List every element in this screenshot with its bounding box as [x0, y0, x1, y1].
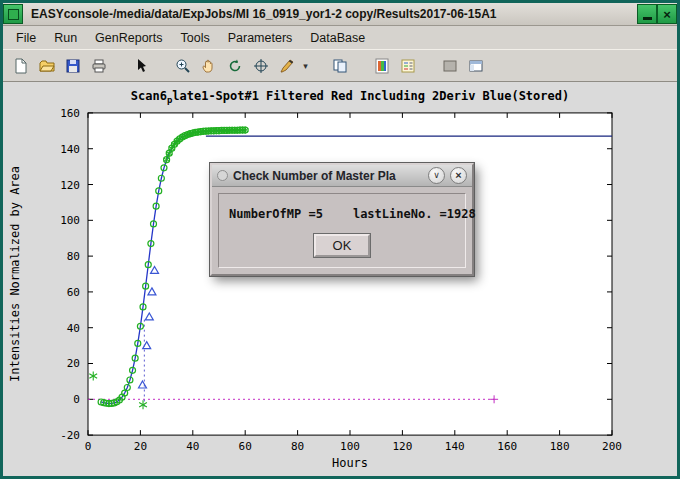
svg-text:140: 140 [445, 440, 465, 453]
menu-parameters[interactable]: Parameters [219, 28, 302, 48]
app-icon [8, 9, 19, 20]
svg-text:Hours: Hours [332, 456, 368, 470]
minimize-button[interactable] [637, 4, 657, 24]
insert-legend-icon[interactable] [395, 53, 421, 79]
svg-text:20: 20 [134, 440, 147, 453]
title-bar: EASYconsole-/media/data/ExpJobs/MI 16_09… [3, 3, 677, 26]
open-folder-icon[interactable] [34, 53, 60, 79]
save-icon[interactable] [60, 53, 86, 79]
close-icon: × [455, 170, 461, 181]
svg-text:180: 180 [550, 440, 570, 453]
svg-text:100: 100 [60, 214, 80, 227]
dialog-title: Check Number of Master Pla [233, 169, 423, 183]
svg-text:160: 160 [497, 440, 517, 453]
dialog-grip-icon [217, 170, 228, 181]
dialog-close-button[interactable]: × [450, 167, 467, 184]
svg-text:120: 120 [60, 179, 80, 192]
dialog-content-panel: NumberOfMP =5 lastLineNo. =1928 OK [218, 193, 466, 268]
svg-text:100: 100 [340, 440, 360, 453]
svg-text:80: 80 [291, 440, 304, 453]
svg-text:20: 20 [67, 358, 80, 371]
svg-text:60: 60 [67, 286, 80, 299]
pan-hand-icon[interactable] [196, 53, 222, 79]
pointer-icon[interactable] [128, 53, 154, 79]
figure-canvas[interactable]: 020406080100120140160180200-200204060801… [3, 82, 677, 476]
svg-text:60: 60 [239, 440, 252, 453]
svg-text:200: 200 [602, 440, 622, 453]
window-title: EASYconsole-/media/data/ExpJobs/MI 16_09… [23, 7, 637, 21]
svg-text:80: 80 [67, 250, 80, 263]
close-icon: × [663, 8, 671, 21]
svg-text:40: 40 [186, 440, 199, 453]
brush-dropdown-icon[interactable]: ▾ [300, 54, 311, 78]
menu-file[interactable]: File [7, 28, 45, 48]
insert-colorbar-icon[interactable] [369, 53, 395, 79]
svg-text:40: 40 [67, 322, 80, 335]
copy-figure-icon[interactable] [327, 53, 353, 79]
svg-text:0: 0 [73, 393, 80, 406]
menu-bar: File Run GenReports Tools Parameters Dat… [3, 26, 677, 49]
last-line-no-value: lastLineNo. =1928 [353, 207, 476, 221]
dialog-message: NumberOfMP =5 lastLineNo. =1928 [229, 207, 455, 221]
minimize-icon [643, 17, 652, 20]
svg-text:160: 160 [60, 107, 80, 120]
menu-genreports[interactable]: GenReports [86, 28, 171, 48]
zoom-in-icon[interactable] [170, 53, 196, 79]
svg-text:140: 140 [60, 143, 80, 156]
ok-button[interactable]: OK [314, 234, 371, 257]
menu-run[interactable]: Run [45, 28, 86, 48]
chart-svg: 020406080100120140160180200-200204060801… [3, 82, 677, 476]
new-file-icon[interactable] [8, 53, 34, 79]
dialog-button-row: OK [229, 234, 455, 257]
chevron-down-icon: ∨ [433, 171, 440, 180]
rotate-3d-icon[interactable] [222, 53, 248, 79]
app-window: EASYconsole-/media/data/ExpJobs/MI 16_09… [0, 0, 680, 479]
dialog-body: NumberOfMP =5 lastLineNo. =1928 OK [212, 187, 472, 274]
menu-database[interactable]: DataBase [301, 28, 374, 48]
menu-tools[interactable]: Tools [172, 28, 219, 48]
brush-icon[interactable] [274, 53, 300, 79]
close-button[interactable]: × [657, 4, 677, 24]
print-icon[interactable] [86, 53, 112, 79]
svg-text:Scan6plate1-Spot#1 Filtered Re: Scan6plate1-Spot#1 Filtered Red Includin… [131, 89, 569, 105]
svg-text:0: 0 [85, 440, 92, 453]
svg-text:-20: -20 [60, 429, 80, 442]
svg-text:120: 120 [392, 440, 412, 453]
dialog-rollup-button[interactable]: ∨ [428, 167, 445, 184]
check-master-plate-dialog: Check Number of Master Pla ∨ × NumberOfM… [210, 163, 474, 276]
hide-plot-tools-icon[interactable] [437, 53, 463, 79]
app-menu-button[interactable] [3, 4, 23, 24]
number-of-mp-value: NumberOfMP =5 [229, 207, 323, 221]
svg-text:Intensities Normalized by Area: Intensities Normalized by Area [8, 166, 22, 382]
data-cursor-icon[interactable] [248, 53, 274, 79]
dialog-title-bar[interactable]: Check Number of Master Pla ∨ × [212, 165, 472, 187]
toolbar: ▾ [3, 49, 677, 82]
show-plot-tools-icon[interactable] [463, 53, 489, 79]
